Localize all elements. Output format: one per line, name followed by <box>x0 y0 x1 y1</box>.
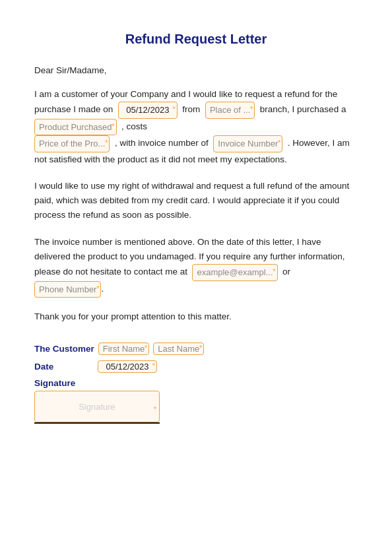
place-field[interactable]: Place of ... <box>205 102 255 118</box>
page-title: Refund Request Letter <box>34 32 358 47</box>
date-label: Date <box>34 362 94 372</box>
para1-text-from: from <box>182 105 200 115</box>
customer-label: The Customer <box>34 344 94 354</box>
paragraph-4: Thank you for your prompt attention to t… <box>34 310 358 324</box>
para3-text-end: . <box>101 284 104 294</box>
email-field[interactable]: example@exampl... <box>192 264 277 280</box>
paragraph-1: I am a customer of your Company and I wo… <box>34 87 358 167</box>
footer-section: The Customer First Name Last Name Date 0… <box>34 343 358 424</box>
paragraph-2: I would like to use my right of withdraw… <box>34 179 358 223</box>
letter-date-field[interactable]: 05/12/2023 <box>98 360 157 373</box>
greeting: Dear Sir/Madame, <box>34 65 358 75</box>
letter-page: Refund Request Letter Dear Sir/Madame, I… <box>0 0 392 555</box>
signature-label: Signature <box>34 378 358 388</box>
customer-row: The Customer First Name Last Name <box>34 343 358 355</box>
last-name-field[interactable]: Last Name <box>153 343 204 355</box>
first-name-field[interactable]: First Name <box>98 343 150 355</box>
para1-text-costs: , costs <box>121 121 147 131</box>
signature-field[interactable]: Signature <box>34 391 160 422</box>
product-field[interactable]: Product Purchased <box>34 119 117 135</box>
phone-field[interactable]: Phone Number <box>34 281 101 298</box>
para3-text-or: or <box>282 267 290 277</box>
paragraph-3: The invoice number is mentioned above. O… <box>34 235 358 298</box>
para1-text-invoice: , with invoice number of <box>115 138 209 148</box>
price-field[interactable]: Price of the Pro... <box>34 135 110 152</box>
invoice-field[interactable]: Invoice Number <box>213 135 282 152</box>
date-row: Date 05/12/2023 <box>34 360 358 373</box>
para3-text-before-email: The invoice number is mentioned above. O… <box>34 237 345 277</box>
signature-block: Signature Signature <box>34 378 358 424</box>
para1-text-branch: branch, I purchased a <box>260 105 346 115</box>
purchase-date-field[interactable]: 05/12/2023 <box>118 102 178 118</box>
